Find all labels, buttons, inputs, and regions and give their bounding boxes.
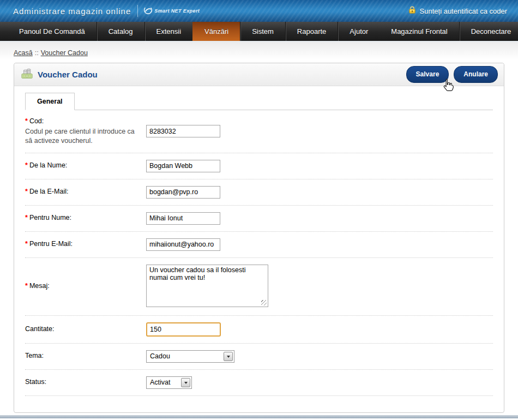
field-label-cell: *Cod:Codul pe care clientul il introduce… (25, 117, 146, 146)
field-input-cell: Activat (146, 376, 192, 389)
field-label: Status: (25, 378, 46, 386)
form-row-de-la-email: *De la E-Mail: (25, 179, 493, 206)
required-asterisk: * (25, 214, 28, 221)
field-input-cell (146, 238, 220, 251)
form-row-pentru-email: *Pentru E-Mail: (25, 232, 493, 258)
nav-right: Magazinul FrontalDeconectare (380, 22, 518, 41)
logo: Smart NET Expert (143, 5, 200, 17)
nav-item-catalog[interactable]: Catalog (97, 22, 144, 41)
chevron-down-icon[interactable] (224, 352, 233, 361)
auth-status: Sunteți autentificat ca coder (408, 5, 507, 16)
field-label: Mesaj: (29, 282, 50, 290)
pentru-nume-input[interactable] (146, 212, 220, 225)
field-label-cell: Tema: (25, 351, 146, 361)
form-row-cantitate: Cantitate: (25, 316, 493, 344)
cantitate-input[interactable] (146, 322, 221, 337)
brand-divider (137, 5, 138, 17)
footer-bar (0, 415, 518, 418)
field-label-cell: *Mesaj: (25, 281, 146, 291)
field-input-cell: Un voucher cadou sa il folosesti numai c… (146, 265, 268, 309)
required-asterisk: * (25, 282, 28, 290)
form-row-mesaj: *Mesaj:Un voucher cadou sa il folosesti … (25, 258, 493, 316)
heading-buttons: Salvare Anulare (406, 66, 498, 83)
nav-item-panoul-de-comanda[interactable]: Panoul De Comandă (8, 22, 97, 41)
field-label-cell: *De la E-Mail: (25, 187, 146, 197)
field-label: Tema: (25, 352, 44, 359)
form-row-pentru-nume: *Pentru Nume: (25, 206, 493, 232)
nav-item-vanzari[interactable]: Vânzări (192, 22, 240, 41)
breadcrumb-current-link[interactable]: Voucher Cadou (41, 49, 88, 57)
status-select[interactable]: Activat (146, 376, 192, 389)
required-asterisk: * (25, 161, 28, 169)
cancel-button[interactable]: Anulare (454, 66, 498, 83)
field-label: Pentru Nume: (29, 214, 71, 221)
field-input-cell (146, 160, 220, 172)
voucher-panel: Voucher Cadou Salvare Anulare General *C… (14, 63, 504, 413)
required-asterisk: * (25, 117, 28, 125)
main-nav: Panoul De ComandăCatalogExtensiiVânzăriS… (0, 22, 518, 42)
required-asterisk: * (25, 188, 28, 195)
voucher-form: *Cod:Codul pe care clientul il introduce… (25, 110, 493, 396)
panel-content: General *Cod:Codul pe care clientul il i… (14, 86, 504, 412)
page-title: Voucher Cadou (38, 70, 98, 79)
field-input-cell (146, 212, 220, 225)
field-label: De la Nume: (29, 161, 67, 169)
mesaj-textarea[interactable]: Un voucher cadou sa il folosesti numai c… (146, 265, 268, 307)
form-row-status: Status:Activat (25, 370, 493, 396)
swoosh-logo-icon (143, 5, 153, 17)
nav-item-magazinul-frontal[interactable]: Magazinul Frontal (380, 22, 459, 41)
field-input-cell: Cadou (146, 350, 234, 363)
field-input-cell (146, 186, 220, 199)
field-label-cell: Status: (25, 377, 146, 387)
lock-icon (408, 5, 417, 16)
nav-item-sistem[interactable]: Sistem (240, 22, 285, 41)
breadcrumb-separator: :: (35, 49, 39, 57)
select-value: Cadou (147, 352, 222, 360)
field-help: Codul pe care clientul il introduce ca s… (25, 127, 136, 146)
field-label-cell: *De la Nume: (25, 161, 146, 171)
select-value: Activat (147, 379, 180, 386)
logo-text: Smart NET Expert (154, 8, 200, 14)
tab-bar: General (25, 93, 493, 110)
required-asterisk: * (25, 240, 28, 248)
field-label: De la E-Mail: (29, 188, 69, 195)
tab-general[interactable]: General (25, 93, 75, 110)
de-la-nume-input[interactable] (146, 160, 220, 172)
form-row-cod: *Cod:Codul pe care clientul il introduce… (25, 110, 493, 153)
nav-item-extensii[interactable]: Extensii (144, 22, 193, 41)
breadcrumb: Acasă::Voucher Cadou (14, 49, 504, 57)
field-input-cell (146, 125, 220, 137)
form-row-de-la-nume: *De la Nume: (25, 153, 493, 179)
nav-item-ajutor[interactable]: Ajutor (338, 22, 380, 41)
resize-handle-icon[interactable] (261, 300, 267, 305)
field-label-cell: Cantitate: (25, 325, 146, 334)
field-label: Cantitate: (25, 325, 55, 333)
field-label-cell: *Pentru E-Mail: (25, 239, 146, 249)
pentru-email-input[interactable] (146, 238, 220, 251)
field-label-cell: *Pentru Nume: (25, 213, 146, 223)
voucher-icon (21, 68, 33, 81)
page-background: Acasă::Voucher Cadou Voucher Cadou Salva… (0, 42, 518, 420)
field-label: Pentru E-Mail: (29, 240, 73, 248)
de-la-email-input[interactable] (146, 186, 220, 199)
nav-left: Panoul De ComandăCatalogExtensiiVânzăriS… (8, 22, 380, 41)
field-input-cell (146, 322, 221, 337)
breadcrumb-home-link[interactable]: Acasă (14, 49, 33, 57)
tema-select[interactable]: Cadou (146, 350, 234, 363)
form-row-tema: Tema:Cadou (25, 344, 493, 370)
topbar: Administrare magazin online Smart NET Ex… (0, 0, 518, 22)
brand: Administrare magazin online Smart NET Ex… (13, 5, 200, 17)
panel-heading: Voucher Cadou Salvare Anulare (14, 63, 504, 86)
save-button[interactable]: Salvare (406, 66, 449, 83)
cod-input[interactable] (146, 125, 220, 137)
app-title: Administrare magazin online (13, 7, 131, 16)
nav-item-rapoarte[interactable]: Rapoarte (285, 22, 338, 41)
auth-status-text: Sunteți autentificat ca coder (420, 7, 507, 15)
nav-item-deconectare[interactable]: Deconectare (459, 22, 518, 41)
field-label: Cod: (29, 117, 44, 125)
chevron-down-icon[interactable] (181, 378, 190, 387)
